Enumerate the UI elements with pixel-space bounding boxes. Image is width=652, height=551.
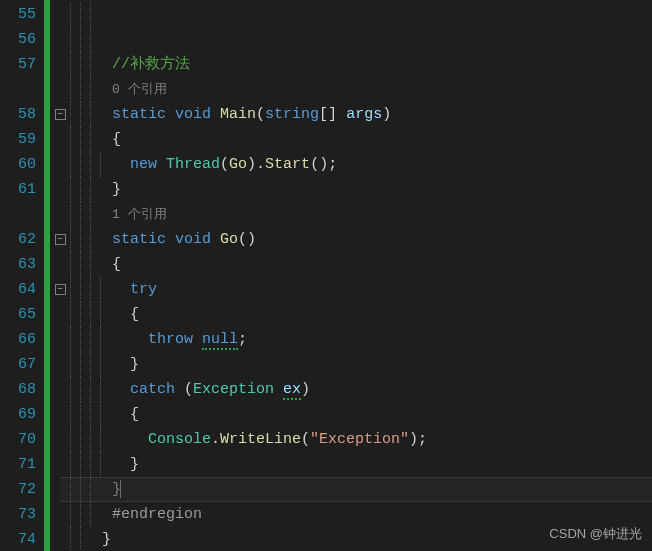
watermark: CSDN @钟进光 (549, 525, 642, 543)
fold-toggle-icon[interactable]: − (55, 109, 66, 120)
line-number: 71 (0, 452, 36, 477)
line-number: 65 (0, 302, 36, 327)
line-number: 59 (0, 127, 36, 152)
line-number: 68 (0, 377, 36, 402)
fold-gutter[interactable]: − − − (50, 0, 70, 551)
line-number: 61 (0, 177, 36, 202)
line-number: 70 (0, 427, 36, 452)
line-number: 58 (0, 102, 36, 127)
fold-toggle-icon[interactable]: − (55, 234, 66, 245)
fold-toggle-icon[interactable]: − (55, 284, 66, 295)
region-directive: #endregion (112, 506, 202, 523)
line-number: 60 (0, 152, 36, 177)
line-number: 57 (0, 52, 36, 77)
line-number: 64 (0, 277, 36, 302)
code-content[interactable]: //补救方法 0 个引用 static void Main(string[] a… (112, 0, 652, 551)
line-number: 55 (0, 2, 36, 27)
line-number: 72 (0, 477, 36, 502)
indent-guides (70, 0, 112, 551)
line-number: 69 (0, 402, 36, 427)
codelens-references[interactable]: 1 个引用 (112, 207, 167, 222)
line-number-gutter: 55 56 57 58 59 60 61 62 63 64 65 66 67 6… (0, 0, 44, 551)
line-number: 63 (0, 252, 36, 277)
line-number: 62 (0, 227, 36, 252)
line-number: 67 (0, 352, 36, 377)
codelens-references[interactable]: 0 个引用 (112, 82, 167, 97)
line-number: 73 (0, 502, 36, 527)
comment: //补救方法 (112, 56, 190, 73)
line-number: 74 (0, 527, 36, 551)
code-editor[interactable]: 55 56 57 58 59 60 61 62 63 64 65 66 67 6… (0, 0, 652, 551)
line-number: 66 (0, 327, 36, 352)
line-number: 56 (0, 27, 36, 52)
